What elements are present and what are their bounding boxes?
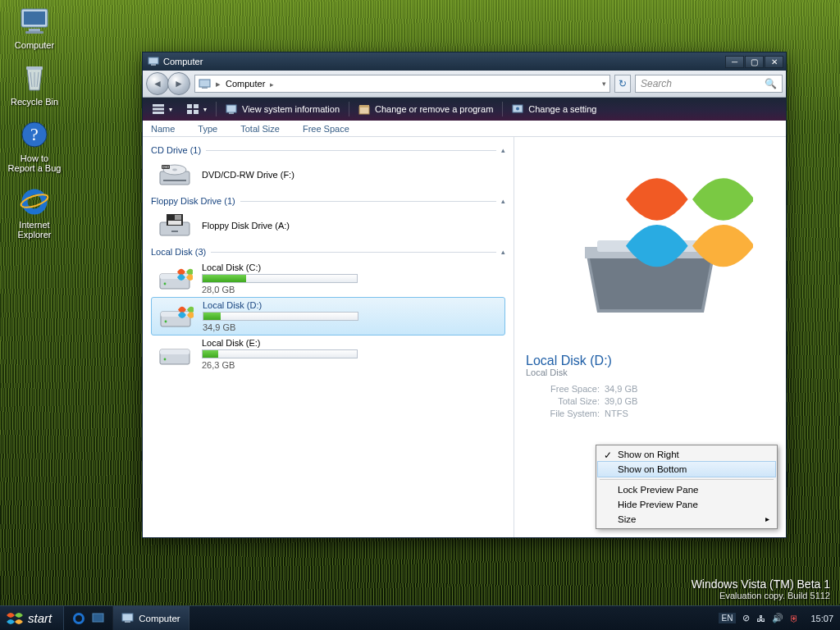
maximize-button[interactable]: ▢ xyxy=(745,56,764,68)
content-area: CD Drive (1)▴ DVD DVD/CD-RW Drive (F:) F… xyxy=(143,137,786,537)
svg-rect-33 xyxy=(171,231,178,232)
search-input[interactable]: Search 🔍 xyxy=(635,75,783,93)
start-button[interactable]: start xyxy=(0,606,64,630)
hdd-icon xyxy=(156,265,194,293)
close-button[interactable]: ✕ xyxy=(765,56,783,68)
floppy-drive-label: Floppy Disk Drive (A:) xyxy=(202,221,290,231)
address-dropdown[interactable]: ▾ xyxy=(602,80,606,88)
titlebar[interactable]: Computer ─ ▢ ✕ xyxy=(143,52,786,71)
svg-rect-19 xyxy=(194,110,199,114)
drive-dvd[interactable]: DVD DVD/CD-RW Drive (F:) xyxy=(151,158,505,191)
svg-rect-10 xyxy=(151,64,156,66)
computer-icon xyxy=(18,5,51,38)
lang-indicator[interactable]: EN xyxy=(719,613,737,623)
show-desktop-icon[interactable] xyxy=(92,613,104,623)
menu-show-right[interactable]: Show on Right xyxy=(598,447,775,462)
svg-rect-52 xyxy=(125,621,130,623)
capacity-bar xyxy=(202,349,358,358)
meta-fs-key: File System: xyxy=(526,409,600,418)
system-tray[interactable]: EN ⊘ 🖧 🔊 ⛨ 15:07 xyxy=(712,613,840,623)
svg-rect-4 xyxy=(26,66,43,70)
menu-size[interactable]: Size xyxy=(598,512,775,527)
tray-security-icon[interactable]: ⛨ xyxy=(790,614,799,623)
navigation-row: ◄ ► ▸ Computer ▾ ↻ Search 🔍 xyxy=(143,71,786,98)
ie-icon[interactable] xyxy=(72,612,85,625)
clock[interactable]: 15:07 xyxy=(810,614,833,623)
minimize-button[interactable]: ─ xyxy=(725,56,744,68)
preview-title: Local Disk (D:) xyxy=(526,354,774,368)
refresh-button[interactable]: ↻ xyxy=(614,75,631,93)
back-button[interactable]: ◄ xyxy=(146,72,169,95)
svg-rect-35 xyxy=(175,215,181,220)
separator xyxy=(502,102,503,116)
col-free[interactable]: Free Space xyxy=(303,124,349,134)
desktop-recycle-bin[interactable]: Recycle Bin xyxy=(5,62,64,107)
svg-point-49 xyxy=(75,614,84,623)
cmd-change-remove[interactable]: Change or remove a program xyxy=(352,100,500,118)
svg-rect-21 xyxy=(229,112,234,114)
col-type[interactable]: Type xyxy=(198,124,217,134)
organize-button[interactable]: ▾ xyxy=(146,100,179,118)
drive-c-label: Local Disk (C:) xyxy=(202,262,358,272)
computer-icon xyxy=(121,613,134,623)
svg-rect-38 xyxy=(160,274,189,279)
drive-floppy[interactable]: Floppy Disk Drive (A:) xyxy=(151,209,505,242)
chevron-up-icon[interactable]: ▴ xyxy=(501,146,505,154)
tray-network-icon[interactable]: 🖧 xyxy=(756,614,765,623)
group-floppy[interactable]: Floppy Disk Drive (1)▴ xyxy=(151,196,505,206)
preview-subtitle: Local Disk xyxy=(526,368,774,377)
drive-e[interactable]: Local Disk (E:) 26,3 GB xyxy=(151,336,505,372)
recycle-bin-label: Recycle Bin xyxy=(11,97,58,107)
group-cd[interactable]: CD Drive (1)▴ xyxy=(151,145,505,155)
desktop-ie[interactable]: Internet Explorer xyxy=(5,185,64,240)
window-icon xyxy=(148,57,159,66)
separator xyxy=(216,102,217,116)
menu-hide-preview[interactable]: Hide Preview Pane xyxy=(598,497,775,512)
preview-drive-icon xyxy=(526,144,774,350)
dvd-drive-label: DVD/CD-RW Drive (F:) xyxy=(202,170,294,180)
hdd-icon xyxy=(157,303,194,331)
tray-icon[interactable]: ⊘ xyxy=(742,613,750,623)
ie-label: Internet Explorer xyxy=(18,220,52,240)
drive-d[interactable]: Local Disk (D:) 34,9 GB xyxy=(151,297,505,336)
start-icon xyxy=(7,611,23,626)
desktop-computer[interactable]: Computer xyxy=(5,5,64,50)
desktop-computer-label: Computer xyxy=(15,40,54,50)
desktop-report-bug[interactable]: ? How to Report a Bug xyxy=(5,118,64,173)
svg-rect-18 xyxy=(187,110,192,114)
cmd-change-setting[interactable]: Change a setting xyxy=(505,100,603,118)
drive-listing[interactable]: CD Drive (1)▴ DVD DVD/CD-RW Drive (F:) F… xyxy=(143,137,514,537)
taskbar[interactable]: start Computer EN ⊘ 🖧 🔊 ⛨ 15:07 xyxy=(0,605,840,630)
taskbar-app-computer[interactable]: Computer xyxy=(113,606,189,630)
drive-c-cap: 28,0 GB xyxy=(202,285,358,294)
quicklaunch-area[interactable] xyxy=(64,606,113,630)
svg-point-29 xyxy=(172,169,177,171)
hdd-icon xyxy=(156,340,194,368)
svg-rect-14 xyxy=(153,108,164,111)
meta-total-key: Total Size: xyxy=(526,396,600,406)
tray-volume-icon[interactable]: 🔊 xyxy=(772,613,783,623)
capacity-bar xyxy=(202,274,358,283)
drive-c[interactable]: Local Disk (C:) 28,0 GB xyxy=(151,260,505,297)
breadcrumb-computer[interactable]: Computer xyxy=(226,79,274,89)
col-total[interactable]: Total Size xyxy=(240,124,280,134)
address-bar[interactable]: ▸ Computer ▾ xyxy=(194,75,610,93)
menu-show-bottom[interactable]: Show on Bottom xyxy=(597,461,776,477)
separator xyxy=(349,102,349,116)
forward-button[interactable]: ► xyxy=(167,72,190,95)
cmd-system-info[interactable]: View system information xyxy=(219,100,346,118)
views-button[interactable]: ▾ xyxy=(180,100,213,118)
chevron-up-icon[interactable]: ▴ xyxy=(501,248,505,256)
col-name[interactable]: Name xyxy=(151,124,175,134)
meta-total-val: 39,0 GB xyxy=(605,396,774,406)
svg-rect-11 xyxy=(199,80,210,87)
chevron-up-icon[interactable]: ▴ xyxy=(501,197,505,205)
group-local[interactable]: Local Disk (3)▴ xyxy=(151,247,505,257)
os-branding: Windows Vista (TM) Beta 1 Evaluation cop… xyxy=(692,578,830,600)
meta-fs-val: NTFS xyxy=(605,409,774,418)
svg-rect-12 xyxy=(202,87,208,89)
drive-d-cap: 34,9 GB xyxy=(203,322,358,332)
menu-lock-preview[interactable]: Lock Preview Pane xyxy=(598,482,775,497)
meta-free-key: Free Space: xyxy=(526,384,600,394)
svg-text:?: ? xyxy=(30,124,39,144)
